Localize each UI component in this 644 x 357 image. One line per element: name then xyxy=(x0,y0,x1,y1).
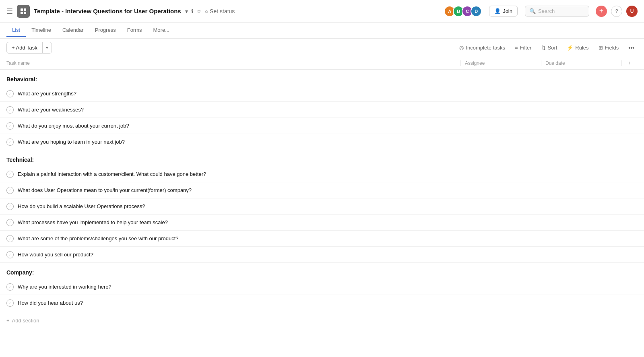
task-name-cell: What do you enjoy most about your curren… xyxy=(6,118,460,134)
fields-icon: ⊞ xyxy=(599,45,603,51)
menu-icon[interactable]: ☰ xyxy=(6,7,13,16)
task-name-cell: What are you hoping to learn in your nex… xyxy=(6,134,460,150)
task-check-1[interactable] xyxy=(6,90,14,97)
tab-progress[interactable]: Progress xyxy=(89,24,122,37)
task-row: What are some of the problems/challenges… xyxy=(0,231,644,247)
user-avatar[interactable]: U xyxy=(626,6,638,17)
task-check-7[interactable] xyxy=(6,203,14,210)
set-status-label: Set status xyxy=(210,8,235,14)
task-row: Explain a painful interaction with a cus… xyxy=(0,166,644,182)
tab-timeline[interactable]: Timeline xyxy=(26,24,57,37)
task-name-10: How would you sell our product? xyxy=(18,252,93,258)
task-check-5[interactable] xyxy=(6,171,14,178)
rules-icon: ⚡ xyxy=(567,45,573,51)
tab-calendar[interactable]: Calendar xyxy=(57,24,89,37)
column-task-name: Task name xyxy=(6,60,460,66)
task-name-2: What are your weaknesses? xyxy=(18,107,84,113)
task-check-9[interactable] xyxy=(6,235,14,242)
dropdown-icon[interactable]: ▾ xyxy=(185,8,188,14)
title-actions: ▾ ℹ ☆ ○ Set status xyxy=(185,8,235,14)
add-section-label: Add section xyxy=(12,318,39,324)
top-header: ☰ Template - Interview Questions for Use… xyxy=(0,0,644,23)
sort-button[interactable]: ⇅ Sort xyxy=(538,43,561,53)
fields-button[interactable]: ⊞ Fields xyxy=(595,43,622,53)
task-name-6: What does User Operations mean to you/in… xyxy=(18,187,192,193)
task-name-cell: Explain a painful interaction with a cus… xyxy=(6,167,460,182)
filter-button[interactable]: ≡ Filter xyxy=(512,43,535,53)
toolbar: + Add Task ▾ ◎ Incomplete tasks ≡ Filter… xyxy=(0,39,644,57)
join-label: Join xyxy=(503,8,512,14)
task-row: What do you enjoy most about your curren… xyxy=(0,118,644,134)
task-row: How did you hear about us? xyxy=(0,295,644,311)
task-name-7: How do you build a scalable User Operati… xyxy=(18,203,145,209)
task-name-cell: What are your strengths? xyxy=(6,86,460,101)
avatar-4[interactable]: D xyxy=(471,6,482,17)
app-icon xyxy=(17,5,30,18)
fields-label: Fields xyxy=(605,45,619,51)
task-name-cell: How would you sell our product? xyxy=(6,247,460,262)
add-column-button[interactable]: + xyxy=(621,60,638,66)
svg-rect-2 xyxy=(21,12,23,14)
svg-rect-3 xyxy=(24,12,26,14)
circle-check-icon: ◎ xyxy=(459,45,464,51)
search-box[interactable]: 🔍 Search xyxy=(525,6,589,17)
task-name-11: Why are you interested in working here? xyxy=(18,284,111,290)
task-check-2[interactable] xyxy=(6,106,14,113)
task-name-cell: What are your weaknesses? xyxy=(6,102,460,118)
task-name-8: What processes have you implemented to h… xyxy=(18,219,168,225)
table-body: Behavioral: What are your strengths? Wha… xyxy=(0,70,644,357)
task-check-4[interactable] xyxy=(6,138,14,146)
circle-icon: ○ xyxy=(205,8,208,14)
task-name-9: What are some of the problems/challenges… xyxy=(18,235,179,241)
task-name-cell: What processes have you implemented to h… xyxy=(6,215,460,230)
set-status-button[interactable]: ○ Set status xyxy=(205,8,235,14)
task-name-1: What are your strengths? xyxy=(18,91,76,97)
task-check-6[interactable] xyxy=(6,187,14,194)
rules-button[interactable]: ⚡ Rules xyxy=(564,43,592,53)
task-name-4: What are you hoping to learn in your nex… xyxy=(18,139,125,145)
table-header: Task name Assignee Due date + xyxy=(0,57,644,70)
add-task-button[interactable]: + Add Task ▾ xyxy=(6,42,52,54)
tab-list[interactable]: List xyxy=(6,24,26,37)
tab-forms[interactable]: Forms xyxy=(122,24,148,37)
task-check-11[interactable] xyxy=(6,283,14,291)
task-name-cell: What does User Operations mean to you/in… xyxy=(6,183,460,198)
incomplete-tasks-label: Incomplete tasks xyxy=(466,45,505,51)
task-check-10[interactable] xyxy=(6,251,14,258)
section-header-behavioral: Behavioral: xyxy=(0,70,644,86)
task-name-5: Explain a painful interaction with a cus… xyxy=(18,171,206,177)
add-task-label: + Add Task xyxy=(12,45,37,51)
add-section-icon: + xyxy=(6,318,10,324)
sort-label: Sort xyxy=(548,45,557,51)
info-icon[interactable]: ℹ xyxy=(191,8,193,14)
task-row: What processes have you implemented to h… xyxy=(0,215,644,231)
join-icon: 👤 xyxy=(494,8,501,14)
help-button[interactable]: ? xyxy=(611,6,622,17)
task-row: What does User Operations mean to you/in… xyxy=(0,182,644,198)
filter-icon: ≡ xyxy=(515,45,518,51)
task-name-cell: How did you hear about us? xyxy=(6,295,460,311)
add-task-main[interactable]: + Add Task xyxy=(7,42,43,53)
task-name-3: What do you enjoy most about your curren… xyxy=(18,123,129,129)
task-row: What are you hoping to learn in your nex… xyxy=(0,134,644,150)
task-row: What are your weaknesses? xyxy=(0,102,644,118)
more-options-button[interactable]: ••• xyxy=(625,43,638,53)
add-section-button[interactable]: + Add section xyxy=(0,311,644,330)
task-check-12[interactable] xyxy=(6,299,14,307)
task-name-cell: How do you build a scalable User Operati… xyxy=(6,199,460,214)
sort-icon: ⇅ xyxy=(541,45,546,51)
task-row: What are your strengths? xyxy=(0,86,644,102)
add-task-dropdown[interactable]: ▾ xyxy=(43,43,52,53)
task-row: How do you build a scalable User Operati… xyxy=(0,198,644,215)
incomplete-tasks-button[interactable]: ◎ Incomplete tasks xyxy=(456,43,508,53)
join-button[interactable]: 👤 Join xyxy=(489,6,518,17)
rules-label: Rules xyxy=(575,45,588,51)
add-button[interactable]: + xyxy=(596,6,607,17)
star-icon[interactable]: ☆ xyxy=(196,8,202,14)
task-check-3[interactable] xyxy=(6,122,14,130)
task-row: Why are you interested in working here? xyxy=(0,279,644,295)
column-due-date: Due date xyxy=(541,60,621,66)
tab-more[interactable]: More... xyxy=(148,24,175,37)
task-name-cell: What are some of the problems/challenges… xyxy=(6,231,460,246)
task-check-8[interactable] xyxy=(6,219,14,226)
